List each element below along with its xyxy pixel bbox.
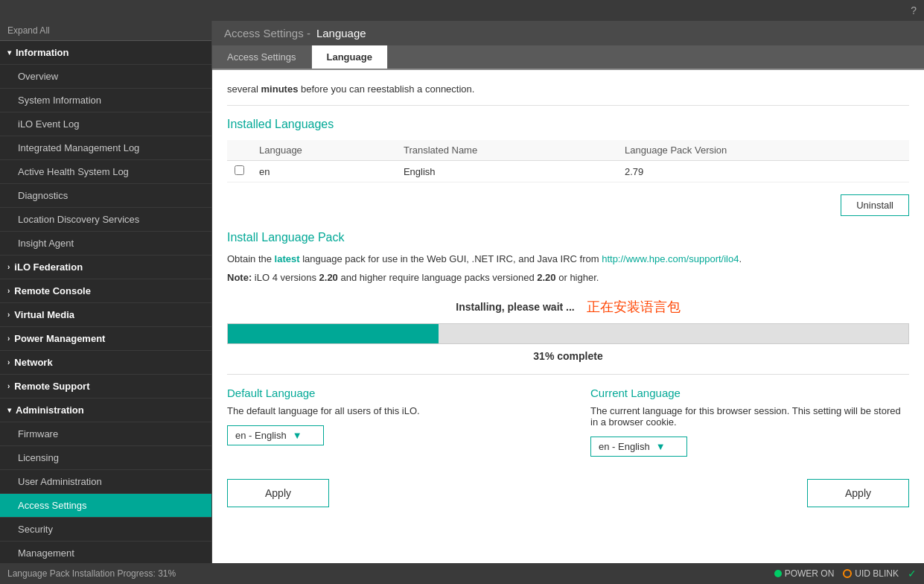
arrow-icon: ▾ bbox=[7, 406, 11, 414]
arrow-icon: ▾ bbox=[7, 48, 11, 57]
sidebar-item-security[interactable]: Security bbox=[0, 518, 211, 542]
arrow-icon: › bbox=[7, 334, 10, 343]
language-columns: Default Language The default language fo… bbox=[227, 387, 909, 457]
default-language-title: Default Language bbox=[227, 387, 546, 399]
page-title: Language bbox=[316, 27, 366, 39]
sidebar-item-administration[interactable]: ▾ Administration bbox=[0, 399, 211, 422]
progress-label: Installing, please wait ... 正在安装语言包 bbox=[227, 298, 909, 316]
sidebar-item-integrated-management-log[interactable]: Integrated Management Log bbox=[0, 136, 211, 160]
tab-language[interactable]: Language bbox=[312, 45, 388, 69]
dropdown-arrow-icon: ▼ bbox=[293, 430, 302, 441]
tab-access-settings[interactable]: Access Settings bbox=[212, 45, 312, 69]
uid-label: UID BLINK bbox=[855, 568, 899, 579]
power-dot bbox=[774, 570, 782, 577]
apply-button-left[interactable]: Apply bbox=[227, 479, 329, 507]
current-language-dropdown[interactable]: en - English ▼ bbox=[590, 437, 687, 457]
arrow-icon: › bbox=[7, 287, 10, 295]
uid-dot bbox=[843, 569, 852, 578]
sidebar-item-information[interactable]: ▾ Information bbox=[0, 41, 211, 65]
content-header: Access Settings - Language bbox=[212, 21, 924, 45]
sidebar-item-virtual-media[interactable]: › Virtual Media bbox=[0, 303, 211, 327]
progress-percent: 31% complete bbox=[227, 350, 909, 362]
row-checkbox[interactable] bbox=[235, 165, 244, 175]
table-row: en English 2.79 bbox=[227, 161, 909, 182]
sidebar: Expand All ▾ Information Overview System… bbox=[0, 21, 212, 563]
sidebar-item-system-information[interactable]: System Information bbox=[0, 89, 211, 112]
current-language-desc: The current language for this browser se… bbox=[590, 405, 909, 428]
sidebar-item-overview[interactable]: Overview bbox=[0, 65, 211, 89]
translated-name: English bbox=[396, 161, 617, 182]
default-language-dropdown[interactable]: en - English ▼ bbox=[227, 425, 324, 445]
sidebar-item-diagnostics[interactable]: Diagnostics bbox=[0, 184, 211, 208]
sidebar-item-remote-support[interactable]: › Remote Support bbox=[0, 375, 211, 399]
current-language-title: Current Language bbox=[590, 387, 909, 399]
status-bar: Language Pack Installation Progress: 31%… bbox=[0, 563, 924, 584]
help-icon[interactable]: ? bbox=[911, 4, 917, 16]
status-bar-text: Language Pack Installation Progress: 31% bbox=[7, 568, 176, 579]
install-description: Obtain the latest language pack for use … bbox=[227, 253, 909, 264]
lang-version: 2.79 bbox=[617, 161, 909, 182]
default-language-col: Default Language The default language fo… bbox=[227, 387, 561, 457]
progress-section: Installing, please wait ... 正在安装语言包 31% … bbox=[227, 298, 909, 362]
table-header-checkbox bbox=[227, 140, 252, 161]
languages-table: Language Translated Name Language Pack V… bbox=[227, 140, 909, 182]
lang-code: en bbox=[252, 161, 396, 182]
installing-text: Installing, please wait ... bbox=[456, 301, 575, 313]
table-header-language: Language bbox=[252, 140, 396, 161]
sidebar-item-power-management[interactable]: › Power Management bbox=[0, 327, 211, 351]
power-indicator: POWER ON bbox=[774, 568, 835, 579]
sidebar-item-firmware[interactable]: Firmware bbox=[0, 422, 211, 446]
sidebar-item-location-discovery-services[interactable]: Location Discovery Services bbox=[0, 208, 211, 232]
main-content: several minutes before you can reestabli… bbox=[212, 70, 924, 563]
sidebar-item-management[interactable]: Management bbox=[0, 542, 211, 563]
sidebar-item-ilo-event-log[interactable]: iLO Event Log bbox=[0, 112, 211, 136]
sidebar-item-insight-agent[interactable]: Insight Agent bbox=[0, 232, 211, 256]
section-label: Access Settings - bbox=[224, 27, 310, 39]
apply-row: Apply Apply bbox=[227, 472, 909, 515]
sidebar-item-licensing[interactable]: Licensing bbox=[0, 446, 211, 470]
expand-all-button[interactable]: Expand All bbox=[0, 21, 211, 41]
table-header-version: Language Pack Version bbox=[617, 140, 909, 161]
sidebar-item-user-administration[interactable]: User Administration bbox=[0, 470, 211, 494]
uninstall-button[interactable]: Uninstall bbox=[841, 194, 909, 216]
chinese-installing-text: 正在安装语言包 bbox=[587, 298, 681, 316]
arrow-icon: › bbox=[7, 358, 10, 366]
progress-bar-fill bbox=[228, 324, 439, 343]
dropdown-arrow-icon: ▼ bbox=[656, 441, 666, 452]
default-language-desc: The default language for all users of th… bbox=[227, 405, 546, 416]
status-bar-right: POWER ON UID BLINK ✓ bbox=[774, 568, 917, 580]
tab-bar: Access Settings Language bbox=[212, 45, 924, 70]
sidebar-item-ilo-federation[interactable]: › iLO Federation bbox=[0, 256, 211, 279]
current-language-col: Current Language The current language fo… bbox=[561, 387, 909, 457]
apply-button-right[interactable]: Apply bbox=[807, 479, 909, 507]
top-notice: several minutes before you can reestabli… bbox=[227, 77, 909, 106]
install-language-pack-title: Install Language Pack bbox=[227, 231, 909, 244]
sidebar-item-remote-console[interactable]: › Remote Console bbox=[0, 279, 211, 303]
content-area: Access Settings - Language Access Settin… bbox=[212, 21, 924, 563]
installed-languages-title: Installed Languages bbox=[227, 118, 909, 131]
install-note: Note: iLO 4 versions 2.20 and higher req… bbox=[227, 272, 909, 283]
table-header-translated-name: Translated Name bbox=[396, 140, 617, 161]
install-language-pack-section: Install Language Pack Obtain the latest … bbox=[227, 231, 909, 283]
power-label: POWER ON bbox=[785, 568, 835, 579]
check-icon: ✓ bbox=[908, 568, 917, 580]
arrow-icon: › bbox=[7, 263, 10, 271]
uid-indicator: UID BLINK bbox=[843, 568, 899, 579]
sidebar-item-access-settings[interactable]: Access Settings bbox=[0, 494, 211, 518]
progress-bar-container bbox=[227, 323, 909, 344]
hpe-link[interactable]: http://www.hpe.com/support/ilo4 bbox=[602, 253, 739, 264]
sidebar-item-network[interactable]: › Network bbox=[0, 351, 211, 375]
arrow-icon: › bbox=[7, 382, 10, 390]
arrow-icon: › bbox=[7, 311, 10, 319]
sidebar-item-active-health-system-log[interactable]: Active Health System Log bbox=[0, 160, 211, 184]
